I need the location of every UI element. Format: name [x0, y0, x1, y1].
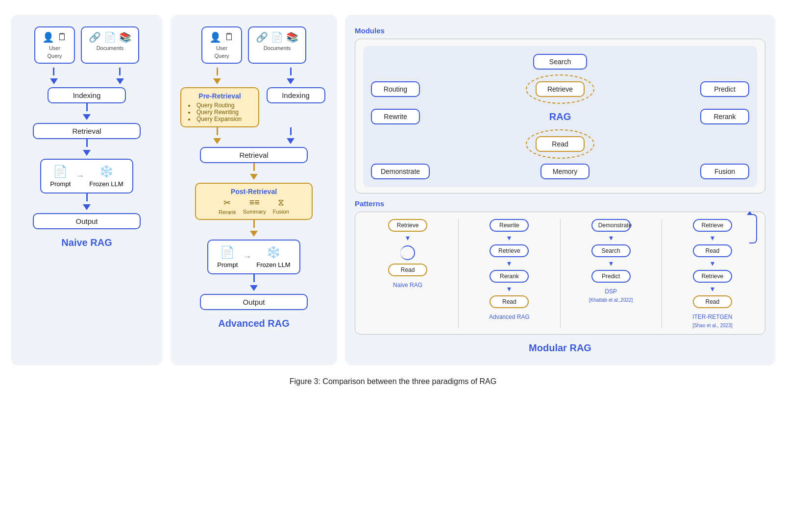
- llm-label: Frozen LLM: [89, 180, 123, 188]
- main-diagram: 👤 🗒 User Query 🔗 📄 📚 Documents: [11, 15, 775, 365]
- prompt-label: Prompt: [50, 180, 71, 188]
- naive-rag-panel: 👤 🗒 User Query 🔗 📄 📚 Documents: [11, 15, 163, 365]
- fusion-icon: ⧖: [278, 197, 284, 208]
- adv-link-icon: 🔗: [256, 31, 268, 43]
- pattern-naive-retrieve: Retrieve: [388, 219, 427, 232]
- adv-prompt-label: Prompt: [217, 261, 238, 268]
- naive-indexing-box: Indexing: [48, 87, 126, 103]
- divider2: [560, 219, 561, 328]
- documents-label: Documents: [97, 45, 124, 51]
- post-rerank-label: Rerank: [219, 209, 236, 215]
- adv-user-query-box: 👤 🗒 User Query: [201, 26, 242, 64]
- rewrite-module: Rewrite: [371, 109, 420, 124]
- pattern-adv-rerank: Rerank: [490, 270, 529, 283]
- pattern-naive-arrow1: ▾: [406, 234, 410, 242]
- llm-icon: ❄️: [99, 165, 114, 178]
- pattern-iter-retrieve1: Retrieve: [693, 219, 732, 232]
- pattern-adv-arrow3: ▾: [507, 285, 511, 293]
- naive-prompt-llm: 📄 Prompt → ❄️ Frozen LLM: [40, 159, 133, 193]
- adv-arrow2: [250, 163, 258, 183]
- user-icon: 👤: [42, 31, 54, 43]
- advanced-rag-title: Advanced RAG: [218, 318, 290, 329]
- stack-icon: 📚: [119, 31, 131, 43]
- modules-inner: Search Routing Retrieve: [363, 46, 757, 187]
- demonstrate-module: Demonstrate: [371, 164, 430, 179]
- adv-user-icon: 👤: [209, 31, 221, 43]
- adv-doc-icon: 📄: [271, 31, 283, 43]
- doc-icon: 📄: [104, 31, 116, 43]
- pattern-dsp-search: Search: [591, 244, 631, 257]
- pre-item-routing: Query Routing: [188, 102, 251, 109]
- advanced-rag-panel: 👤 🗒 User Query 🔗 📄 📚 Documents: [171, 15, 337, 365]
- memory-module: Memory: [540, 164, 590, 179]
- link-icon: 🔗: [89, 31, 101, 43]
- post-fusion-label: Fusion: [273, 209, 289, 215]
- naive-rag-title: Naive RAG: [61, 237, 112, 248]
- adv-documents-label: Documents: [264, 45, 291, 51]
- pattern-dsp-sublabel: [Khattab et al.,2022]: [589, 297, 633, 303]
- search-module: Search: [533, 54, 587, 70]
- adv-query-icon: 🗒: [224, 31, 234, 43]
- query-icon: 🗒: [57, 31, 67, 43]
- adv-output-box: Output: [200, 294, 308, 310]
- modules-container: Search Routing Retrieve: [355, 39, 765, 193]
- patterns-container: Retrieve ▾ Read Naive RAG Rewrite ▾ Retr…: [355, 212, 765, 335]
- naive-arrow1: [83, 103, 91, 123]
- routing-module: Routing: [371, 81, 420, 97]
- modules-section-label: Modules: [355, 26, 385, 35]
- rerank-module: Rerank: [700, 109, 749, 124]
- adv-documents-box: 🔗 📄 📚 Documents: [248, 26, 306, 64]
- adv-indexing-box: Indexing: [267, 87, 325, 103]
- prompt-icon: 📄: [53, 165, 68, 178]
- divider1: [458, 219, 459, 328]
- pattern-iter-read2: Read: [693, 295, 732, 308]
- adv-llm-label: Frozen LLM: [256, 261, 290, 268]
- pattern-iter-sublabel: [Shao et al., 2023]: [692, 323, 732, 328]
- pattern-iter-arrow2: ▾: [711, 260, 714, 267]
- pattern-dsp-arrow2: ▾: [609, 260, 613, 267]
- pre-retrieval-list: Query Routing Query Rewriting Query Expa…: [188, 102, 251, 122]
- pattern-iter-arrow1: ▾: [711, 234, 714, 242]
- pattern-advanced: Rewrite ▾ Retrieve ▾ Rerank ▾ Read Advan…: [465, 219, 554, 328]
- advanced-top-icons: 👤 🗒 User Query 🔗 📄 📚 Documents: [201, 26, 306, 64]
- predict-module: Predict: [700, 81, 749, 97]
- figure-caption: Figure 3: Comparison between the three p…: [290, 377, 496, 386]
- adv-prompt-icon: 📄: [220, 245, 235, 259]
- pattern-dsp-arrow1: ▾: [609, 234, 613, 242]
- rag-center-label: RAG: [549, 111, 571, 122]
- adv-prompt-llm: 📄 Prompt → ❄️ Frozen LLM: [207, 240, 300, 274]
- pre-item-expansion: Query Expansion: [188, 116, 251, 122]
- pattern-naive: Retrieve ▾ Read Naive RAG: [363, 219, 452, 328]
- adv-arrow4: [250, 274, 258, 294]
- documents-box: 🔗 📄 📚 Documents: [81, 26, 139, 64]
- pre-item-rewriting: Query Rewriting: [188, 109, 251, 116]
- adv-llm-icon: ❄️: [266, 245, 281, 259]
- pattern-adv-read: Read: [490, 295, 529, 308]
- user-label: User: [49, 45, 60, 51]
- naive-top-icons: 👤 🗒 User Query 🔗 📄 📚 Documents: [34, 26, 139, 64]
- pattern-dsp: Demonstrate ▾ Search ▾ Predict DSP [Khat…: [566, 219, 656, 328]
- adv-arrow3: [250, 220, 258, 240]
- divider3: [662, 219, 662, 328]
- fusion-module: Fusion: [700, 164, 749, 179]
- summary-icon: ≡≡: [249, 197, 260, 208]
- pattern-dsp-label: DSP: [605, 288, 617, 295]
- rerank-icon: ✂: [223, 197, 231, 208]
- pattern-adv-arrow1: ▾: [507, 234, 511, 242]
- adv-retrieval-box: Retrieval: [200, 147, 308, 163]
- pattern-dsp-predict: Predict: [591, 270, 631, 283]
- pattern-adv-rewrite: Rewrite: [490, 219, 529, 232]
- pattern-iter-arrow3: ▾: [711, 285, 714, 293]
- pattern-naive-label: Naive RAG: [393, 282, 422, 289]
- post-summary-label: Summary: [243, 209, 266, 215]
- adv-user-label: User: [216, 45, 227, 51]
- pattern-adv-label: Advanced RAG: [489, 314, 530, 320]
- retrieve-module: Retrieve: [536, 81, 585, 97]
- modular-rag-panel: Modules Search Routing: [345, 15, 775, 365]
- adv-query-label: Query: [215, 53, 229, 59]
- pattern-adv-retrieve: Retrieve: [490, 244, 529, 257]
- patterns-section-label: Patterns: [355, 199, 384, 208]
- query-label: Query: [48, 53, 62, 59]
- pattern-iter-read1: Read: [693, 244, 732, 257]
- pattern-iter-label: ITER-RETGEN: [692, 314, 732, 320]
